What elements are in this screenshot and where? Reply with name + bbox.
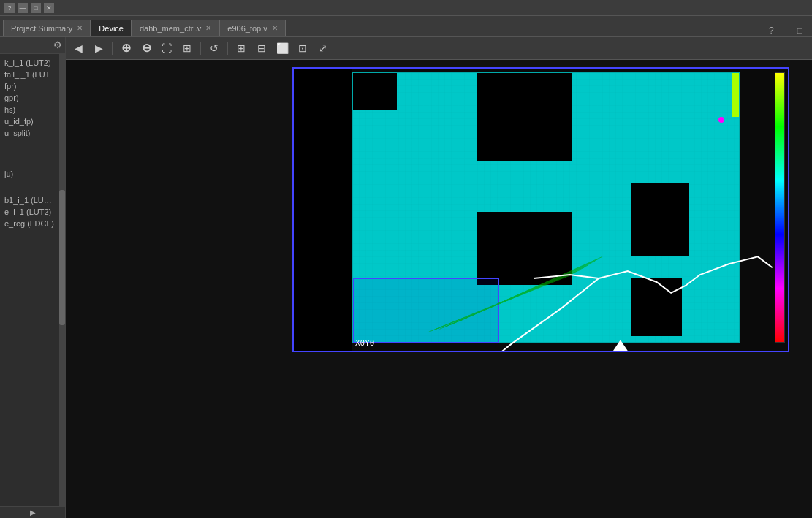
toolbar-sep-1 — [112, 42, 113, 55]
sidebar-item-3[interactable]: gpr) — [0, 92, 59, 104]
title-max-btn[interactable]: □ — [31, 3, 41, 13]
sidebar-item-4[interactable]: hs) — [0, 104, 59, 115]
refresh-btn[interactable]: ↺ — [205, 39, 224, 57]
highlight-dot — [718, 117, 724, 123]
expand-btn[interactable]: ⤢ — [314, 39, 333, 57]
toolbar-sep-3 — [227, 42, 228, 55]
tab-bar: Project Summary ✕ Device dahb_mem_ctrl.v… — [0, 16, 812, 37]
main-area: ⚙ k_i_1 (LUT2) fail_i_1 (LUT fpr) gpr) h… — [0, 37, 812, 518]
sidebar-item-9[interactable] — [0, 180, 59, 194]
black-left — [294, 69, 352, 351]
sidebar-item-10[interactable]: b1_i_1 (LUT3) — [0, 194, 59, 206]
forward-btn[interactable]: ▶ — [89, 39, 108, 57]
tab-e906[interactable]: e906_top.v ✕ — [219, 20, 285, 36]
black-rect-5 — [631, 278, 682, 336]
sidebar-item-2[interactable]: fpr) — [0, 80, 59, 92]
tab-project-summary-close[interactable]: ✕ — [77, 24, 83, 32]
fpga-fabric — [352, 72, 740, 343]
fpga-view: X0Y0 — [292, 67, 789, 352]
sidebar-item-12[interactable]: e_reg (FDCF) — [0, 218, 59, 229]
sidebar-item-6[interactable]: u_split) — [0, 127, 59, 139]
fit-selection-btn[interactable]: ⊞ — [178, 39, 197, 57]
grid-btn[interactable]: ⊞ — [232, 39, 251, 57]
tab-e906-label: e906_top.v — [227, 24, 267, 33]
tab-dahb-label: dahb_mem_ctrl.v — [140, 24, 201, 33]
sidebar-item-11[interactable]: e_i_1 (LUT2) — [0, 206, 59, 218]
tab-e906-close[interactable]: ✕ — [272, 24, 278, 32]
sidebar-item-0[interactable]: k_i_1 (LUT2) — [0, 57, 59, 69]
gear-icon[interactable]: ⚙ — [53, 39, 62, 50]
tab-min-btn[interactable]: — — [779, 26, 792, 36]
canvas-container[interactable]: X0Y0 — [66, 60, 812, 518]
title-bar-controls[interactable]: ? — □ ✕ — [4, 3, 54, 13]
tab-project-summary-label: Project Summary — [11, 24, 72, 33]
title-bar: ? — □ ✕ — [0, 0, 812, 16]
color-indicator — [732, 73, 739, 117]
black-rect-2 — [477, 212, 572, 285]
highlight-btn[interactable]: ⬜ — [273, 39, 292, 57]
fit-full-btn[interactable]: ⛶ — [157, 39, 176, 57]
black-rect-4 — [631, 183, 689, 256]
tab-help-btn[interactable]: ? — [767, 26, 776, 36]
zoom-in-btn[interactable]: ⊕ — [116, 39, 135, 57]
toolbar-sep-2 — [200, 42, 201, 55]
color-bar — [775, 72, 785, 343]
select-btn[interactable]: ⊡ — [293, 39, 312, 57]
back-btn[interactable]: ◀ — [69, 39, 88, 57]
sidebar-items: k_i_1 (LUT2) fail_i_1 (LUT fpr) gpr) hs)… — [0, 54, 59, 506]
coord-label: X0Y0 — [355, 338, 375, 348]
tab-project-summary[interactable]: Project Summary ✕ — [3, 20, 91, 36]
sidebar-expand-icon[interactable]: ▶ — [30, 509, 36, 517]
tab-dahb[interactable]: dahb_mem_ctrl.v ✕ — [132, 20, 219, 36]
device-area: ◀ ▶ ⊕ ⊖ ⛶ ⊞ ↺ ⊞ ⊟ ⬜ ⊡ ⤢ — [66, 37, 812, 518]
title-help-btn[interactable]: ? — [4, 3, 15, 13]
tab-bar-right-controls: ? — □ — [767, 26, 809, 36]
sidebar-item-7[interactable] — [0, 139, 59, 168]
sidebar-scrollbar[interactable] — [59, 54, 65, 506]
tab-device-label: Device — [99, 24, 124, 33]
selected-region — [353, 278, 499, 343]
sidebar-item-5[interactable]: u_id_fp) — [0, 115, 59, 127]
black-rect-1 — [477, 73, 572, 161]
sidebar-item-1[interactable]: fail_i_1 (LUT — [0, 69, 59, 80]
tab-device[interactable]: Device — [91, 20, 132, 36]
tab-max-btn[interactable]: □ — [795, 26, 805, 36]
sidebar: ⚙ k_i_1 (LUT2) fail_i_1 (LUT fpr) gpr) h… — [0, 37, 66, 518]
route-btn[interactable]: ⊟ — [252, 39, 271, 57]
tab-dahb-close[interactable]: ✕ — [205, 24, 211, 32]
title-close-btn[interactable]: ✕ — [44, 3, 54, 13]
title-min-btn[interactable]: — — [18, 3, 28, 13]
black-rect-3 — [353, 73, 397, 110]
device-toolbar: ◀ ▶ ⊕ ⊖ ⛶ ⊞ ↺ ⊞ ⊟ ⬜ ⊡ ⤢ — [66, 37, 812, 60]
sidebar-header: ⚙ — [0, 37, 65, 54]
sidebar-item-8[interactable]: ju) — [0, 168, 59, 180]
zoom-out-btn[interactable]: ⊖ — [137, 39, 156, 57]
